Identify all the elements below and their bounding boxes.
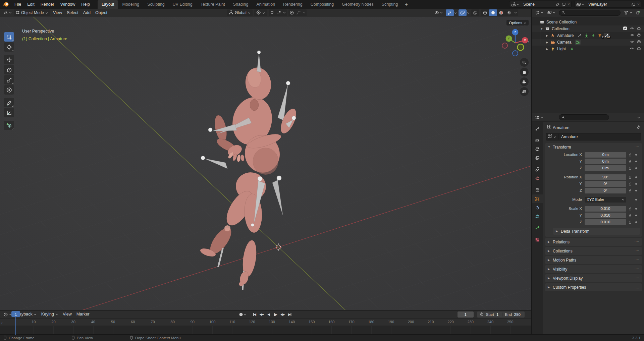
playhead-line[interactable] — [15, 317, 16, 335]
animate-decorator[interactable] — [634, 167, 638, 169]
zoom-button[interactable] — [520, 58, 529, 67]
lock-open-icon[interactable] — [626, 182, 634, 186]
tool-select-box-button[interactable] — [4, 32, 14, 42]
chevron-down-icon[interactable] — [302, 9, 307, 16]
outliner-row-camera[interactable]: ▶Camera — [532, 39, 644, 46]
camera-toggle-icon[interactable] — [637, 33, 641, 38]
panel-grip[interactable]: :::: — [635, 277, 639, 280]
pose-icon[interactable] — [584, 33, 589, 38]
outliner-item-label[interactable]: Camera — [557, 40, 572, 45]
eye-toggle-icon[interactable] — [630, 26, 634, 32]
editor-type-outliner-icon[interactable] — [534, 10, 545, 16]
lock-open-icon[interactable] — [626, 214, 634, 217]
animate-decorator[interactable] — [634, 176, 638, 178]
prev-keyframe-button[interactable]: ◀◆ — [258, 311, 265, 318]
timeline-expand-icon[interactable]: › — [1, 321, 3, 325]
workspace-tab-uv-editing[interactable]: UV Editing — [169, 0, 197, 9]
outliner-search-input[interactable] — [559, 10, 621, 16]
shading-rendered-button[interactable] — [505, 9, 513, 16]
outliner-row-collection[interactable]: ▼Collection — [532, 25, 644, 32]
viewport-menu-view[interactable]: View — [51, 9, 64, 17]
panel-custom-properties[interactable]: ▶Custom Properties:::: — [545, 283, 642, 291]
outliner-filter-mode-icon[interactable] — [546, 10, 557, 16]
timeline-menu-keying[interactable]: Keying — [39, 310, 60, 319]
scene-selector[interactable]: Scene × — [509, 1, 572, 8]
tool-move-button[interactable] — [4, 55, 14, 64]
panel-collections[interactable]: ▶Collections:::: — [545, 247, 642, 255]
workspace-tab-animation[interactable]: Animation — [253, 0, 279, 9]
viewport-menu-add[interactable]: Add — [81, 9, 93, 17]
workspace-tab-layout[interactable]: Layout — [98, 0, 118, 9]
workspace-tab-compositing[interactable]: Compositing — [307, 0, 338, 9]
workspace-tab-texture-paint[interactable]: Texture Paint — [197, 0, 229, 9]
checkbox-toggle-icon[interactable] — [623, 26, 627, 32]
panel-visibility[interactable]: ▶Visibility:::: — [545, 265, 642, 273]
outliner-item-label[interactable]: Collection — [552, 26, 570, 31]
playhead-badge[interactable]: 1 — [11, 311, 20, 317]
properties-tab-render[interactable] — [532, 136, 543, 145]
pin-icon[interactable] — [555, 2, 560, 7]
animate-decorator[interactable] — [634, 161, 638, 162]
unlink-scene-icon[interactable]: × — [568, 2, 570, 7]
animate-decorator[interactable] — [634, 215, 638, 216]
tool-transform-button[interactable] — [4, 85, 14, 95]
value-field[interactable]: 0° — [585, 188, 626, 193]
sidebar-collapse-icon[interactable]: ‹ — [528, 39, 529, 44]
show-gizmo-toggle[interactable] — [446, 9, 454, 16]
lock-open-icon[interactable] — [626, 175, 634, 179]
properties-tab-world[interactable] — [532, 174, 543, 183]
shading-material-preview-button[interactable] — [497, 9, 505, 16]
play-reverse-button[interactable]: ◀ — [265, 311, 272, 318]
panel-motion-paths[interactable]: ▶Motion Paths:::: — [545, 256, 642, 264]
next-keyframe-button[interactable]: ◆▶ — [279, 311, 286, 318]
menu-render[interactable]: Render — [38, 2, 57, 7]
animate-decorator[interactable] — [634, 208, 638, 210]
eye-toggle-icon[interactable] — [630, 33, 634, 38]
play-button[interactable]: ▶ — [272, 311, 279, 318]
properties-tab-view-layer[interactable] — [532, 154, 543, 162]
animate-decorator[interactable] — [634, 190, 638, 191]
lock-open-icon[interactable] — [626, 166, 634, 170]
new-viewlayer-icon[interactable] — [631, 2, 636, 7]
panel-grip[interactable]: :::: — [635, 146, 639, 149]
viewport-menu-select[interactable]: Select — [64, 9, 81, 17]
workspace-tab-rendering[interactable]: Rendering — [279, 0, 307, 9]
viewport-3d[interactable]: Object Mode ViewSelectAddObject Global — [0, 9, 531, 310]
value-field[interactable]: 0 m — [585, 152, 626, 158]
camera-toggle-icon[interactable] — [637, 46, 641, 52]
camera-toggle-icon[interactable] — [637, 26, 641, 32]
tool-annotate-button[interactable] — [4, 98, 14, 107]
properties-tab-constraints[interactable] — [532, 203, 543, 212]
show-object-types-dropdown[interactable] — [433, 10, 444, 16]
end-frame-field[interactable]: 250 — [514, 312, 521, 317]
lock-open-icon[interactable] — [626, 160, 634, 163]
tool-measure-button[interactable] — [4, 108, 14, 117]
snap-target-icon[interactable] — [275, 9, 282, 16]
panel-grip[interactable]: :::: — [635, 259, 639, 262]
properties-tab-scene[interactable] — [532, 165, 543, 174]
workspace-tab-geometry-nodes[interactable]: Geometry Nodes — [338, 0, 377, 9]
properties-tab-physics[interactable] — [532, 212, 543, 221]
tool-rotate-button[interactable] — [4, 65, 14, 74]
light-data-icon[interactable] — [569, 46, 575, 52]
camera-data-icon[interactable] — [575, 40, 581, 45]
ortho-grid-button[interactable] — [520, 87, 529, 96]
proportional-editing-icon[interactable] — [288, 9, 295, 16]
mode-dropdown[interactable]: Object Mode — [14, 9, 50, 16]
properties-tab-object[interactable] — [532, 194, 543, 203]
orientation-dropdown[interactable]: Global — [227, 9, 253, 16]
auto-keying-button[interactable] — [238, 311, 248, 318]
workspace-tab-sculpting[interactable]: Sculpting — [143, 0, 168, 9]
properties-tab-output[interactable] — [532, 145, 543, 154]
properties-tab-armature-data[interactable] — [532, 224, 543, 232]
workspace-tab-modeling[interactable]: Modeling — [118, 0, 143, 9]
tool-cursor-button[interactable] — [4, 42, 14, 52]
expander-icon[interactable]: ▶ — [544, 34, 550, 37]
viewlayer-name[interactable]: ViewLayer — [588, 2, 630, 7]
transform-panel-header[interactable]: ▼ Transform :::: — [545, 143, 642, 151]
pin-icon[interactable] — [636, 125, 641, 130]
funnel-filter-icon[interactable] — [623, 10, 634, 16]
armature-data-icon[interactable] — [590, 33, 596, 38]
animate-decorator[interactable] — [634, 183, 638, 185]
shading-wireframe-button[interactable] — [481, 9, 489, 16]
